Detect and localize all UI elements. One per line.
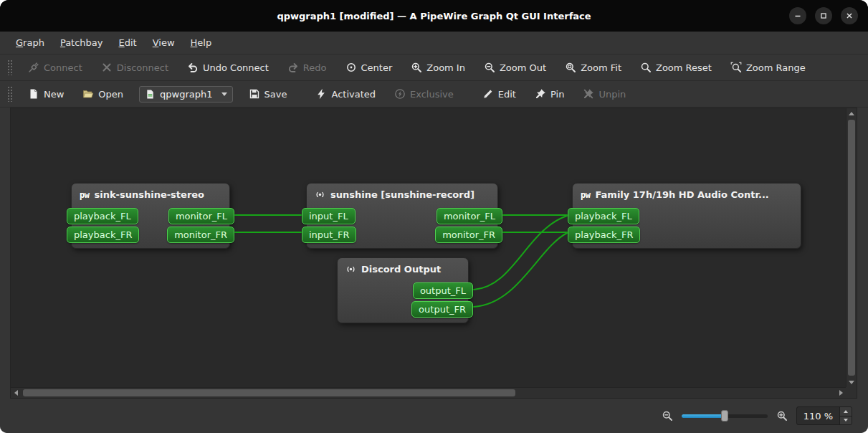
port-input[interactable]: input_FR [302, 227, 356, 243]
chevron-down-icon [221, 92, 227, 96]
scroll-right-button[interactable] [836, 388, 846, 398]
node-title: sink-sunshine-stereo [94, 189, 204, 200]
undo-icon [187, 62, 199, 73]
zoom-step-up-button[interactable] [840, 407, 852, 417]
zoom-slider-fill [682, 414, 725, 418]
zoom-out-button[interactable]: Zoom Out [478, 58, 552, 77]
port-output[interactable]: monitor_FL [437, 208, 502, 224]
zoom-fit-label: Zoom Fit [581, 62, 621, 73]
port-row: playback_FL monitor_FL [72, 208, 229, 224]
arrow-up-icon [849, 112, 854, 115]
maximize-icon [819, 11, 829, 21]
port-input[interactable]: playback_FR [568, 227, 640, 243]
port-input[interactable]: playback_FR [67, 227, 139, 243]
node-sink-sunshine-stereo[interactable]: pw sink-sunshine-stereo playback_FL moni… [71, 183, 230, 249]
redo-label: Redo [303, 62, 327, 73]
port-row: input_FR monitor_FR [307, 227, 497, 243]
close-button[interactable] [841, 7, 858, 24]
activated-button[interactable]: Activated [310, 85, 381, 103]
port-output[interactable]: monitor_FR [435, 227, 502, 243]
menu-help[interactable]: Help [183, 34, 219, 52]
redo-button[interactable]: Redo [282, 58, 333, 77]
patchbay-file-icon [145, 89, 156, 100]
arrow-down-icon [849, 381, 854, 384]
zoom-value[interactable]: 110 % [797, 407, 839, 424]
audio-monitor-icon [345, 264, 356, 275]
port-output[interactable]: monitor_FR [167, 227, 234, 243]
audio-monitor-icon [315, 189, 325, 200]
pin-label: Pin [550, 89, 564, 100]
zoom-reset-button[interactable]: Zoom Reset [634, 58, 717, 77]
scroll-left-button[interactable] [11, 388, 21, 398]
menu-view[interactable]: View [146, 34, 182, 52]
node-family-hd-audio[interactable]: pw Family 17h/19h HD Audio Contr... play… [572, 183, 801, 249]
toolbar-patchbay: New Open qpwgraph1 Save [0, 81, 868, 108]
node-header: sunshine [sunshine-record] [307, 187, 497, 206]
zoom-reset-label: Zoom Reset [656, 62, 712, 73]
pin-button[interactable]: Pin [529, 85, 570, 103]
zoom-in-icon[interactable] [776, 410, 788, 422]
toolbar-drag-handle[interactable] [7, 86, 12, 102]
connect-icon [28, 62, 39, 73]
graph-canvas[interactable]: pw sink-sunshine-stereo playback_FL moni… [11, 108, 846, 387]
port-input[interactable]: playback_FL [67, 208, 138, 224]
center-button[interactable]: Center [340, 58, 399, 77]
zoom-out-icon[interactable] [662, 410, 673, 422]
zoom-fit-button[interactable]: Zoom Fit [559, 58, 627, 77]
zoom-out-icon [484, 62, 495, 73]
horizontal-scroll-handle[interactable] [23, 389, 515, 396]
port-input[interactable]: input_FL [302, 208, 356, 224]
port-input[interactable]: playback_FL [568, 208, 639, 224]
pin-icon [535, 88, 546, 100]
disconnect-button[interactable]: Disconnect [95, 58, 174, 77]
minimize-button[interactable] [789, 7, 806, 24]
node-title: Discord Output [361, 264, 441, 275]
scroll-down-button[interactable] [846, 377, 857, 387]
scroll-up-button[interactable] [846, 108, 857, 118]
undo-connect-button[interactable]: Undo Connect [181, 58, 275, 77]
activated-label: Activated [331, 89, 376, 100]
patchbay-combo[interactable]: qpwgraph1 [139, 86, 232, 103]
port-output[interactable]: monitor_FL [168, 208, 234, 224]
toolbar-drag-handle[interactable] [7, 60, 12, 75]
vertical-scroll-handle[interactable] [848, 120, 855, 376]
center-label: Center [361, 62, 393, 73]
zoom-in-button[interactable]: Zoom In [405, 58, 471, 77]
connect-label: Connect [44, 62, 82, 73]
node-sunshine[interactable]: sunshine [sunshine-record] input_FL moni… [306, 183, 498, 249]
edit-label: Edit [498, 89, 516, 100]
activated-icon [315, 88, 327, 100]
port-output[interactable]: output_FL [413, 282, 473, 299]
connect-button[interactable]: Connect [22, 58, 88, 77]
new-button[interactable]: New [22, 85, 70, 103]
exclusive-button[interactable]: Exclusive [388, 85, 459, 103]
zoom-range-button[interactable]: Zoom Range [725, 58, 811, 77]
exclusive-label: Exclusive [410, 89, 454, 100]
zoom-slider[interactable] [682, 409, 768, 422]
close-icon [844, 11, 854, 21]
menu-patchbay[interactable]: Patchbay [53, 34, 110, 52]
edit-button[interactable]: Edit [477, 85, 522, 103]
pipewire-icon: pw [80, 190, 89, 200]
maximize-button[interactable] [815, 7, 832, 24]
horizontal-scrollbar[interactable] [11, 387, 846, 398]
titlebar[interactable]: qpwgraph1 [modified] — A PipeWire Graph … [0, 0, 868, 32]
unpin-button[interactable]: Unpin [577, 85, 631, 103]
zoom-slider-handle[interactable] [721, 410, 728, 422]
arrow-down-icon [844, 419, 848, 422]
patchbay-combo-value: qpwgraph1 [160, 89, 212, 100]
minimize-icon [793, 11, 803, 21]
zoom-step-down-button[interactable] [840, 417, 852, 425]
node-header: pw Family 17h/19h HD Audio Contr... [573, 187, 801, 206]
menu-graph[interactable]: Graph [9, 34, 52, 52]
node-discord-output[interactable]: Discord Output output_FL output_FR [337, 257, 469, 323]
statusbar: 110 % [0, 399, 868, 433]
disconnect-label: Disconnect [117, 62, 168, 73]
menu-edit[interactable]: Edit [112, 34, 144, 52]
open-button[interactable]: Open [77, 85, 129, 103]
zoom-fit-icon [565, 62, 576, 73]
vertical-scrollbar[interactable] [846, 108, 857, 387]
save-button[interactable]: Save [243, 85, 293, 103]
port-output[interactable]: output_FR [411, 301, 473, 318]
graph-canvas-frame: pw sink-sunshine-stereo playback_FL moni… [10, 108, 857, 399]
